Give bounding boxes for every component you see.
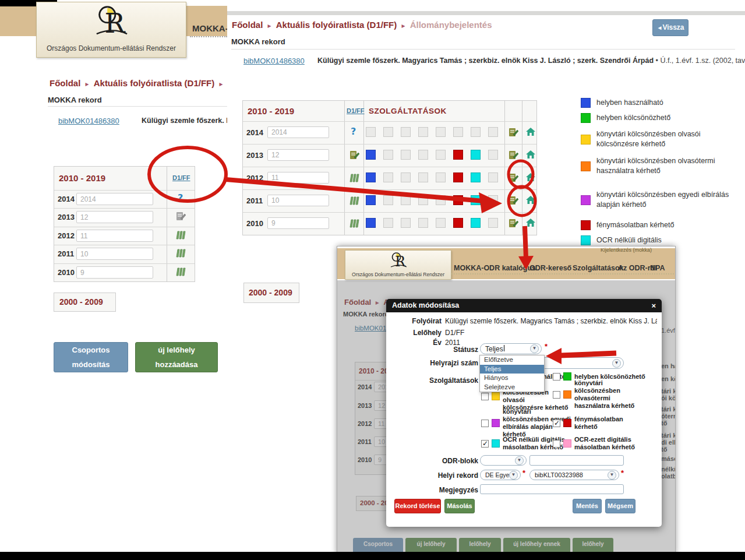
year-volume-input[interactable] xyxy=(267,149,329,161)
chevron-down-icon[interactable]: ▼ xyxy=(509,471,518,480)
chevron-down-icon[interactable]: ▼ xyxy=(530,344,539,353)
helyi-rekord-id-select[interactable]: bibKLT00323988▼ xyxy=(529,470,619,480)
bib-record-link[interactable]: bibMOK01486380 xyxy=(58,117,119,125)
service-square[interactable] xyxy=(366,218,376,228)
d1ff-column-link[interactable]: D1/FF xyxy=(347,107,365,114)
home-library-icon[interactable] xyxy=(525,150,536,159)
service-checkbox[interactable] xyxy=(481,393,489,400)
home-library-icon[interactable] xyxy=(525,218,536,227)
question-status-icon[interactable]: ? xyxy=(178,192,183,203)
service-square[interactable] xyxy=(471,195,481,205)
nav-item-npa[interactable]: NPA xyxy=(650,264,665,272)
journal-volumes-icon[interactable] xyxy=(175,230,186,240)
breadcrumb-list-link[interactable]: Aktuális folyóiratlista (D1/FF) xyxy=(276,20,397,30)
megjegyzes-input[interactable] xyxy=(480,484,624,494)
service-square[interactable] xyxy=(436,150,446,160)
service-square[interactable] xyxy=(401,195,411,205)
statusz-option[interactable]: Előfizetve xyxy=(480,355,544,365)
odr-blokk-input[interactable] xyxy=(529,455,624,466)
service-square[interactable] xyxy=(453,150,463,160)
service-square[interactable] xyxy=(401,172,411,182)
service-square[interactable] xyxy=(471,218,481,228)
chevron-down-icon[interactable]: ▼ xyxy=(612,359,621,368)
year-volume-input[interactable] xyxy=(267,195,329,206)
logout-link[interactable]: Kijelentkezés (mokka) xyxy=(601,247,652,253)
service-square[interactable] xyxy=(383,195,393,205)
service-square[interactable] xyxy=(383,172,393,182)
edit-record-icon[interactable] xyxy=(175,211,186,221)
breadcrumb-home-link[interactable]: Főoldal xyxy=(50,78,80,88)
service-square[interactable] xyxy=(488,172,498,182)
edit-record-icon[interactable] xyxy=(349,150,359,160)
service-square[interactable] xyxy=(453,218,463,228)
service-checkbox[interactable] xyxy=(481,440,489,448)
edit-record-icon[interactable] xyxy=(508,195,518,206)
close-icon[interactable]: × xyxy=(651,299,656,312)
journal-volumes-icon[interactable] xyxy=(348,218,360,228)
service-square[interactable] xyxy=(418,218,428,228)
service-square[interactable] xyxy=(401,218,411,228)
left-nav-partial[interactable]: MOKKA-O xyxy=(192,23,227,33)
home-library-icon[interactable] xyxy=(525,172,536,182)
cancel-button[interactable]: Mégsem xyxy=(605,499,635,513)
modal-header[interactable]: Adatok módosítása × xyxy=(386,299,662,312)
service-square[interactable] xyxy=(366,195,376,205)
service-square[interactable] xyxy=(418,172,428,182)
statusz-option[interactable]: Selejtezve xyxy=(480,383,544,392)
bib-record-link[interactable]: bibMOK01486380 xyxy=(243,57,305,65)
service-square[interactable] xyxy=(366,150,376,160)
edit-record-icon[interactable] xyxy=(508,127,518,138)
service-square[interactable] xyxy=(453,172,463,182)
nav-item-szolgaltatasok[interactable]: Szolgáltatások xyxy=(573,264,624,272)
service-square[interactable] xyxy=(453,127,463,137)
journal-volumes-icon[interactable] xyxy=(175,266,186,277)
service-square[interactable] xyxy=(383,150,393,160)
year-volume-input[interactable] xyxy=(267,172,329,184)
service-square[interactable] xyxy=(418,195,428,205)
odr-logo[interactable]: R Országos Dokumentum-ellátási Rendszer xyxy=(345,250,451,280)
year-volume-input[interactable] xyxy=(76,193,153,205)
service-square[interactable] xyxy=(488,218,498,228)
journal-volumes-icon[interactable] xyxy=(348,172,360,183)
service-checkbox[interactable] xyxy=(553,440,560,448)
copy-button[interactable]: Másolás xyxy=(444,499,475,513)
service-checkbox[interactable] xyxy=(481,420,489,427)
service-checkbox[interactable] xyxy=(553,420,560,427)
chevron-down-icon[interactable]: ▼ xyxy=(608,471,616,480)
chevron-down-icon[interactable]: ▼ xyxy=(515,456,524,465)
year-volume-input[interactable] xyxy=(76,230,153,242)
back-button[interactable]: ◄Vissza xyxy=(652,19,688,36)
edit-record-icon[interactable] xyxy=(508,218,518,228)
nav-item-katalogus[interactable]: MOKKA-ODR katalógus xyxy=(454,264,536,272)
delete-record-button[interactable]: Rekord törlése xyxy=(394,499,441,513)
group-edit-button[interactable]: Csoportos módosítás xyxy=(54,342,128,372)
statusz-option[interactable]: Hiányos xyxy=(480,374,544,383)
service-square[interactable] xyxy=(366,127,376,137)
odr-logo[interactable]: R Országos Dokumentum-ellátási Rendszer xyxy=(36,2,186,58)
service-square[interactable] xyxy=(453,195,463,205)
nav-item-odr-kereso[interactable]: ODR-kereső xyxy=(529,264,571,272)
year-volume-input[interactable] xyxy=(76,211,153,223)
service-square[interactable] xyxy=(436,195,446,205)
service-square[interactable] xyxy=(471,150,481,160)
service-square[interactable] xyxy=(366,172,376,182)
add-location-button[interactable]: új lelőhely hozzáadása xyxy=(135,342,218,372)
service-square[interactable] xyxy=(436,218,446,228)
home-library-icon[interactable] xyxy=(525,195,536,205)
service-square[interactable] xyxy=(436,127,446,137)
service-square[interactable] xyxy=(383,218,393,228)
service-square[interactable] xyxy=(488,195,498,205)
year-volume-input[interactable] xyxy=(267,217,329,229)
service-square[interactable] xyxy=(471,172,481,182)
year-volume-input[interactable] xyxy=(76,248,153,260)
prev-decade-box[interactable]: 2000 - 2009 xyxy=(243,283,299,303)
edit-record-icon[interactable] xyxy=(508,150,518,160)
breadcrumb-home-link[interactable]: Főoldal xyxy=(232,20,263,30)
journal-volumes-icon[interactable] xyxy=(175,248,186,258)
home-library-icon[interactable] xyxy=(525,127,536,136)
year-volume-input[interactable] xyxy=(76,266,153,279)
helyi-rekord-library-select[interactable]: DE Egyetemi é:▼ xyxy=(480,470,521,480)
statusz-option-selected[interactable]: Teljes xyxy=(480,365,544,374)
prev-decade-box[interactable]: 2000 - 2009 xyxy=(54,293,116,312)
question-status-icon[interactable]: ? xyxy=(351,126,356,137)
